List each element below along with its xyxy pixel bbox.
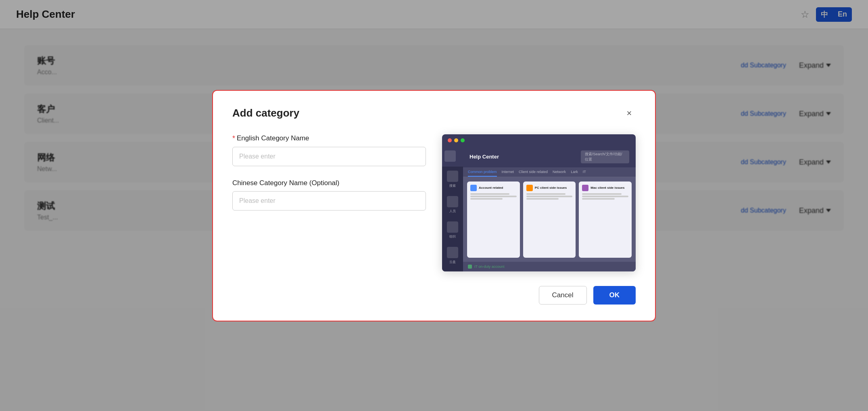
preview-card-1: Account related <box>467 182 520 258</box>
english-name-label: * English Category Name <box>232 134 426 143</box>
preview-tab-internet: Internet <box>502 170 514 177</box>
modal-title: Add category <box>232 107 299 119</box>
preview-titlebar <box>442 134 636 146</box>
add-category-modal: Add category × * English Category Name <box>212 90 656 321</box>
card-icon-blue <box>470 185 477 191</box>
preview-sidebar-header <box>442 146 463 167</box>
preview-footer-text: IT on-duty account <box>474 265 504 269</box>
modal-footer: Cancel OK <box>232 286 636 305</box>
required-star: * <box>232 134 235 143</box>
preview-main: Help Center 搜索/Search/文件/功能/位置 Common pr… <box>463 146 636 271</box>
modal-form: * English Category Name Chinese Category… <box>232 134 426 271</box>
preview-tab-network: Network <box>553 170 566 177</box>
english-name-group: * English Category Name <box>232 134 426 166</box>
preview-main-title: Help Center <box>469 154 499 160</box>
preview-card-1-title: Account related <box>479 186 503 190</box>
card-icon-orange <box>526 185 533 191</box>
modal-header: Add category × <box>232 107 636 120</box>
preview-card-3-title: Mac client side issues <box>590 186 624 190</box>
preview-card-3: Mac client side issues <box>579 182 632 258</box>
preview-tab-common: Common problem <box>468 170 497 177</box>
chinese-name-group: Chinese Category Name (Optional) <box>232 179 426 211</box>
english-name-input[interactable] <box>232 147 426 166</box>
card-icon-purple <box>582 185 588 191</box>
preview-card-2: PC client side issues <box>523 182 576 258</box>
modal-body: * English Category Name Chinese Category… <box>232 134 636 271</box>
sidebar-icon-5: 工具 <box>442 268 463 271</box>
chinese-name-input[interactable] <box>232 191 426 211</box>
preview-search-bar: 搜索/Search/文件/功能/位置 <box>581 150 629 163</box>
preview-window: 搜索 人员 组织 云盘 <box>442 134 636 271</box>
preview-card-2-title: PC client side issues <box>535 186 567 190</box>
preview-sidebar: 搜索 人员 组织 云盘 <box>442 146 463 271</box>
preview-tab-client: Client side related <box>519 170 548 177</box>
sidebar-icon-1: 搜索 <box>442 167 463 192</box>
sidebar-icon-2: 人员 <box>442 192 463 217</box>
cancel-button[interactable]: Cancel <box>539 286 587 305</box>
preview-footer-icon <box>468 265 472 269</box>
preview-cards: Account related <box>463 177 636 262</box>
ok-button[interactable]: OK <box>593 286 636 305</box>
sidebar-icon-4: 云盘 <box>442 243 463 268</box>
chinese-name-label: Chinese Category Name (Optional) <box>232 179 426 187</box>
titlebar-dot-red <box>448 138 452 142</box>
modal-overlay: Add category × * English Category Name <box>0 0 868 411</box>
preview-tab-it: IT <box>583 170 586 177</box>
close-button[interactable]: × <box>623 107 636 120</box>
titlebar-dot-yellow <box>454 138 458 142</box>
sidebar-home-icon <box>444 150 456 162</box>
preview-content: 搜索 人员 组织 云盘 <box>442 146 636 271</box>
titlebar-dot-green <box>461 138 465 142</box>
modal-preview: 搜索 人员 组织 云盘 <box>442 134 636 271</box>
preview-footer: IT on-duty account <box>463 262 636 271</box>
preview-tab-lark: Lark <box>571 170 578 177</box>
preview-tabs: Common problem Internet Client side rela… <box>463 167 636 177</box>
preview-main-header: Help Center 搜索/Search/文件/功能/位置 <box>463 146 636 167</box>
sidebar-icon-3: 组织 <box>442 217 463 243</box>
